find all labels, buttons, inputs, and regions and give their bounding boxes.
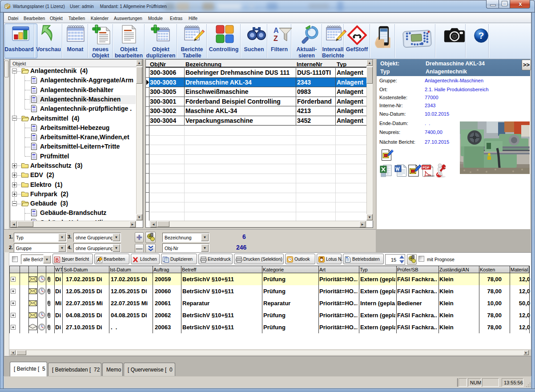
svg-text:B: B <box>56 257 59 263</box>
svg-text:A: A <box>274 27 279 34</box>
svg-text:?: ? <box>479 30 484 40</box>
svg-text:Adobe: Adobe <box>427 174 434 177</box>
svg-text:PDF: PDF <box>422 166 430 170</box>
svg-text:Z: Z <box>274 35 278 42</box>
